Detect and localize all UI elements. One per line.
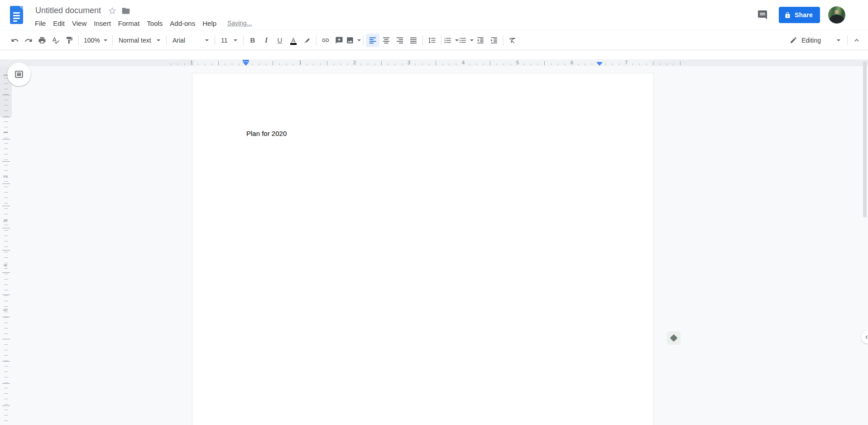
line-spacing-icon [428,36,436,44]
underline-button[interactable]: U [273,34,287,47]
share-button-label: Share [795,11,813,19]
star-icon[interactable] [108,6,117,15]
ruler-number: 4 [3,261,8,270]
paragraph-style-value: Normal text [119,37,151,44]
numbered-list-button[interactable] [444,34,459,47]
left-indent-marker[interactable] [243,60,249,66]
menu-insert[interactable]: Insert [90,18,115,29]
first-line-indent-icon[interactable] [243,60,249,62]
chevron-down-icon [357,39,361,41]
toolbar-separator [215,35,215,45]
left-indent-icon [243,62,249,66]
decrease-indent-button[interactable] [474,34,487,47]
menu-view[interactable]: View [68,18,90,29]
align-left-icon [369,36,377,44]
move-folder-icon[interactable] [121,6,130,15]
line-spacing-button[interactable] [425,34,439,47]
docs-logo-icon[interactable] [10,6,23,24]
font-family-select[interactable]: Arial [169,34,212,47]
underline-icon: U [278,36,283,44]
ruler-number: 1 [297,60,303,66]
chevron-down-icon [104,39,107,41]
chevron-down-icon [234,39,237,41]
spell-check-icon [52,36,60,44]
menu-help[interactable]: Help [199,18,220,29]
align-left-button[interactable] [366,34,379,47]
paragraph-style-select[interactable]: Normal text [115,34,164,47]
toolbar-separator [112,35,113,45]
open-comment-history-button[interactable] [754,7,771,23]
document-text[interactable]: Plan for 2020 [246,129,287,138]
text-color-button[interactable]: A [287,34,300,47]
align-center-button[interactable] [379,34,393,47]
zoom-select[interactable]: 100% [81,34,110,47]
menu-edit[interactable]: Edit [49,18,68,29]
save-status[interactable]: Saving... [226,18,253,29]
menu-bar: File Edit View Insert Format Tools Add-o… [31,18,253,29]
font-size-select[interactable]: 11 [217,34,241,47]
chevron-down-icon [455,39,459,41]
ruler-number: 5 [3,305,8,314]
vertical-ruler[interactable]: 1 1 2 3 4 5 [0,66,12,425]
align-right-button[interactable] [393,34,407,47]
text-color-icon: A [290,37,297,44]
italic-icon: I [265,36,268,44]
comment-history-icon [757,10,768,20]
vertical-scrollbar-thumb[interactable] [863,61,867,217]
highlighter-icon [303,36,311,44]
menu-format[interactable]: Format [115,18,144,29]
toolbar-separator [316,35,317,45]
ruler-number: 3 [406,60,412,66]
print-icon [38,36,46,44]
menu-file[interactable]: File [31,18,49,29]
toolbar-separator [441,35,441,45]
ruler-number: 5 [515,60,520,66]
undo-button[interactable] [8,34,22,47]
align-right-icon [396,36,404,44]
ruler-number: 3 [3,217,8,226]
ruler-number: 4 [460,60,466,66]
right-indent-marker[interactable] [596,62,603,66]
explore-button[interactable] [667,331,681,345]
chevron-down-icon [837,39,840,41]
bold-button[interactable]: B [246,34,259,47]
bulleted-list-button[interactable] [459,34,474,47]
insert-comment-button[interactable] [332,34,346,47]
ruler-number: 2 [3,172,8,181]
horizontal-ruler[interactable]: 1 1 2 3 4 5 6 7 [0,59,868,66]
spell-check-button[interactable] [49,34,62,47]
insert-image-button[interactable] [346,34,361,47]
toolbar-separator [78,35,79,45]
document-page[interactable]: Plan for 2020 [192,73,654,425]
ruler-number: 1 [3,128,8,137]
document-outline-icon [14,69,24,79]
insert-link-button[interactable] [319,34,332,47]
clear-formatting-button[interactable] [506,34,519,47]
menu-addons[interactable]: Add-ons [166,18,199,29]
mode-value: Editing [801,37,821,44]
zoom-value: 100% [84,37,100,44]
mode-select[interactable]: Editing [785,33,845,48]
ruler-major-ticks [164,61,681,65]
justify-button[interactable] [407,34,420,47]
numbered-list-icon [444,36,452,44]
share-button[interactable]: Share [779,7,820,23]
account-avatar[interactable] [828,6,845,24]
app-bar: Untitled document File Edit View Insert … [0,0,868,30]
print-button[interactable] [35,34,49,47]
paint-format-button[interactable] [62,34,76,47]
hide-menus-button[interactable] [850,34,863,47]
italic-button[interactable]: I [259,34,273,47]
document-title[interactable]: Untitled document [33,5,103,16]
chevron-left-icon [863,333,868,341]
increase-indent-button[interactable] [487,34,501,47]
ruler-number: 6 [569,60,575,66]
redo-button[interactable] [22,34,35,47]
menu-tools[interactable]: Tools [143,18,166,29]
link-icon [321,36,330,44]
highlight-color-button[interactable] [300,34,314,47]
show-document-outline-button[interactable] [7,63,31,86]
lock-icon [784,12,791,19]
decrease-indent-icon [476,36,484,44]
font-family-value: Arial [173,37,185,44]
